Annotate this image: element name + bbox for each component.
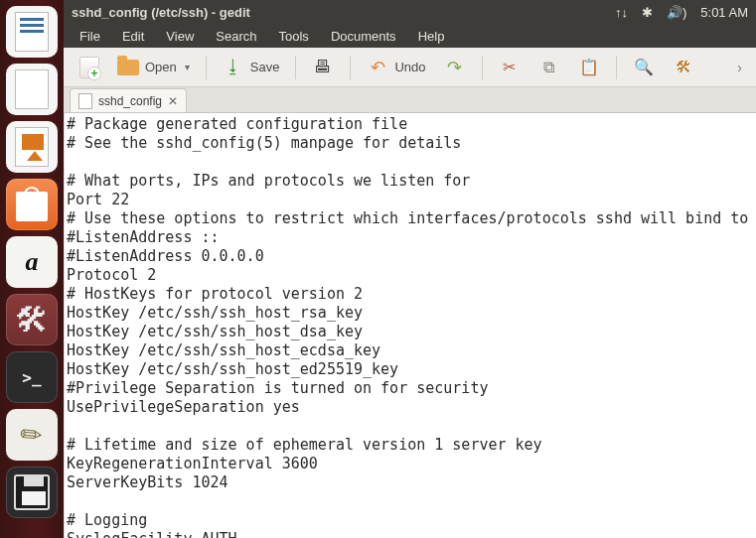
workspace: sshd_config (/etc/ssh) - gedit ↑↓ ✱ 🔊) 5… (64, 0, 756, 538)
cut-icon: ✂ (499, 57, 521, 78)
document-icon (78, 93, 92, 109)
menu-documents[interactable]: Documents (321, 26, 406, 47)
launcher-writer[interactable] (6, 6, 58, 58)
terminal-icon: >_ (16, 362, 47, 393)
menu-view[interactable]: View (156, 26, 204, 47)
open-button-label: Open (145, 60, 177, 74)
undo-button-label: Undo (394, 60, 425, 74)
toolbar-separator (616, 56, 617, 79)
menubar: sshd_config (/etc/ssh) - gedit ↑↓ ✱ 🔊) 5… (64, 0, 756, 48)
menu-tools[interactable]: Tools (269, 26, 319, 47)
editor-textarea[interactable]: # Package generated configuration file #… (64, 113, 756, 538)
save-button[interactable]: ⭳ Save (217, 53, 286, 82)
print-button[interactable]: 🖶 (306, 53, 340, 82)
clock-time[interactable]: 5:01 AM (700, 5, 748, 20)
wrench-screwdriver-icon: 🛠 (15, 301, 49, 339)
menu-search[interactable]: Search (206, 26, 266, 47)
network-icon[interactable]: ↑↓ (615, 5, 628, 20)
find-replace-button[interactable]: 🛠 (667, 53, 700, 82)
bluetooth-icon[interactable]: ✱ (642, 5, 653, 20)
redo-icon: ↷ (444, 57, 466, 78)
toolbar-separator (295, 56, 296, 79)
undo-icon: ↶ (367, 57, 388, 78)
tab-filename: sshd_config (98, 94, 162, 108)
new-document-icon (79, 57, 99, 78)
launcher-text-editor[interactable]: ✎ (6, 409, 58, 461)
tab-close-icon[interactable]: ✕ (168, 94, 178, 108)
print-icon: 🖶 (312, 57, 334, 78)
folder-open-icon (117, 60, 139, 75)
undo-button[interactable]: ↶ Undo (361, 53, 431, 82)
status-area: ↑↓ ✱ 🔊) 5:01 AM (615, 5, 748, 20)
find-button[interactable]: 🔍 (627, 53, 661, 82)
open-dropdown-caret[interactable]: ▾ (185, 62, 190, 72)
menu-help[interactable]: Help (408, 26, 455, 47)
toolbar-separator (482, 56, 483, 79)
cut-button[interactable]: ✂ (493, 53, 527, 82)
find-icon: 🔍 (633, 57, 655, 78)
copy-button[interactable]: ⧉ (532, 53, 566, 82)
tabstrip: sshd_config ✕ (64, 87, 756, 113)
impress-icon (15, 127, 49, 167)
menu-file[interactable]: File (70, 26, 110, 47)
paste-icon: 📋 (578, 57, 600, 78)
find-replace-icon: 🛠 (673, 57, 694, 78)
app-menu: File Edit View Search Tools Documents He… (64, 24, 756, 48)
launcher-impress[interactable] (6, 121, 58, 173)
launcher-terminal[interactable]: >_ (6, 351, 58, 403)
menu-edit[interactable]: Edit (112, 26, 154, 47)
save-icon: ⭳ (223, 57, 244, 78)
redo-button[interactable]: ↷ (438, 53, 472, 82)
window-title: sshd_config (/etc/ssh) - gedit (72, 5, 250, 20)
new-document-button[interactable] (74, 53, 105, 82)
launcher-settings[interactable]: 🛠 (6, 294, 58, 345)
open-button[interactable]: Open ▾ (111, 56, 196, 79)
toolbar-separator (350, 56, 351, 79)
floppy-icon (14, 474, 50, 510)
paste-button[interactable]: 📋 (572, 53, 606, 82)
calc-icon (15, 69, 49, 109)
launcher-software-center[interactable] (6, 179, 58, 230)
document-tab[interactable]: sshd_config ✕ (70, 88, 187, 112)
text-editor-icon: ✎ (14, 416, 51, 454)
toolbar-overflow[interactable]: › (733, 60, 746, 75)
toolbar-separator (206, 56, 207, 79)
unity-launcher: a 🛠 >_ ✎ (0, 0, 64, 538)
toolbar: Open ▾ ⭳ Save 🖶 ↶ Undo ↷ ✂ ⧉ 📋 (64, 48, 756, 87)
sound-icon[interactable]: 🔊) (667, 5, 686, 20)
writer-icon (15, 12, 49, 52)
launcher-floppy[interactable] (6, 467, 58, 518)
amazon-icon: a (26, 247, 39, 277)
shopping-bag-icon (16, 192, 48, 221)
copy-icon: ⧉ (538, 57, 560, 78)
launcher-amazon[interactable]: a (6, 236, 58, 288)
launcher-calc[interactable] (6, 64, 58, 115)
save-button-label: Save (250, 60, 280, 74)
